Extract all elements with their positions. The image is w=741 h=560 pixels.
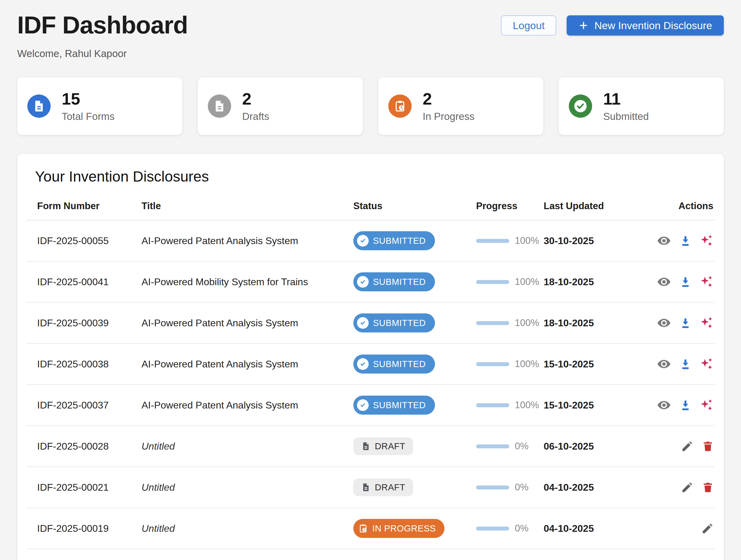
download-button[interactable] (679, 357, 692, 371)
stat-cards: 15 Total Forms 2 Drafts (17, 77, 724, 135)
check-circle-icon (569, 94, 592, 118)
status-badge: SUBMITTED (353, 313, 435, 332)
status-badge: IN PROGRESS (353, 519, 445, 538)
download-button[interactable] (679, 275, 692, 288)
view-button[interactable] (657, 316, 671, 330)
eye-icon (657, 357, 671, 371)
welcome-text: Welcome, Rahul Kapoor (17, 48, 724, 60)
disclosure-title: AI-Powered Mobility System for Trains (141, 276, 353, 288)
download-button[interactable] (679, 234, 692, 247)
ai-assist-button[interactable] (700, 398, 714, 412)
eye-icon (657, 316, 671, 330)
delete-button[interactable] (702, 481, 714, 493)
progress-percent: 100% (515, 235, 539, 246)
download-button[interactable] (679, 317, 692, 329)
download-icon (679, 275, 692, 288)
check-circle-icon (357, 276, 369, 288)
ai-assist-button[interactable] (700, 275, 714, 289)
check-circle-icon (357, 235, 369, 247)
edit-button[interactable] (681, 481, 694, 494)
disclosure-title: AI-Powered Patent Analysis System (141, 358, 353, 370)
form-number: IDF-2025-00019 (37, 523, 141, 534)
stat-value: 2 (242, 90, 269, 108)
download-button[interactable] (679, 399, 692, 412)
new-invention-disclosure-button[interactable]: New Invention Disclosure (567, 15, 724, 35)
check-circle-icon (357, 399, 369, 411)
trash-icon (702, 481, 714, 493)
table-row: IDF-2025-00037 AI-Powered Patent Analysi… (26, 385, 715, 426)
stat-value: 15 (62, 90, 115, 108)
form-number: IDF-2025-00055 (37, 235, 141, 247)
last-updated: 04-10-2025 (544, 523, 636, 534)
status-label: DRAFT (375, 482, 405, 492)
progress-bar (476, 485, 509, 489)
last-updated: 15-10-2025 (544, 358, 636, 370)
check-circle-icon (357, 358, 369, 370)
logout-label: Logout (513, 20, 545, 31)
eye-icon (657, 398, 671, 412)
table-row: IDF-2025-00038 AI-Powered Patent Analysi… (26, 344, 715, 385)
view-button[interactable] (657, 234, 671, 248)
status-label: SUBMITTED (373, 318, 426, 328)
clipboard-clock-icon (358, 524, 368, 533)
status-badge: SUBMITTED (353, 396, 435, 415)
progress-percent: 100% (515, 276, 539, 287)
status-label: SUBMITTED (373, 236, 426, 246)
view-button[interactable] (657, 398, 671, 412)
table-body: IDF-2025-00055 AI-Powered Patent Analysi… (17, 221, 724, 549)
pencil-icon (681, 481, 694, 494)
table-header: Form Number Title Status Progress Last U… (26, 192, 715, 221)
logout-button[interactable]: Logout (501, 15, 556, 35)
download-icon (679, 234, 692, 247)
progress-percent: 100% (515, 400, 539, 411)
disclosure-title: AI-Powered Patent Analysis System (141, 317, 353, 329)
progress-percent: 100% (515, 317, 539, 328)
stat-card-drafts: 2 Drafts (198, 77, 363, 135)
column-header-form-number: Form Number (37, 201, 141, 212)
new-invention-disclosure-label: New Invention Disclosure (594, 20, 712, 31)
ai-assist-button[interactable] (700, 316, 714, 330)
disclosure-title: Untitled (141, 523, 353, 534)
last-updated: 18-10-2025 (544, 276, 636, 288)
progress-bar (476, 403, 509, 407)
document-icon (361, 442, 370, 451)
disclosures-panel: Your Invention Disclosures Form Number T… (17, 154, 724, 560)
edit-button[interactable] (681, 440, 694, 453)
progress-percent: 0% (515, 523, 529, 534)
status-label: SUBMITTED (373, 400, 426, 410)
form-number: IDF-2025-00038 (37, 358, 141, 370)
ai-assist-button[interactable] (700, 357, 714, 371)
table-row: IDF-2025-00028 Untitled DRAFT 0% (26, 426, 715, 467)
progress-bar (476, 280, 509, 284)
last-updated: 06-10-2025 (544, 441, 636, 452)
trash-icon (702, 440, 714, 452)
status-label: IN PROGRESS (372, 524, 436, 534)
form-number: IDF-2025-00037 (37, 400, 141, 411)
clipboard-clock-icon (388, 94, 412, 118)
form-number: IDF-2025-00041 (37, 276, 141, 288)
form-number: IDF-2025-00021 (37, 482, 141, 493)
table-row: IDF-2025-00041 AI-Powered Mobility Syste… (26, 262, 715, 303)
edit-button[interactable] (701, 522, 714, 535)
table-row: IDF-2025-00021 Untitled DRAFT 0% (26, 467, 715, 508)
document-icon (208, 94, 231, 118)
pencil-icon (681, 440, 694, 453)
stat-label: In Progress (423, 111, 475, 123)
view-button[interactable] (657, 275, 671, 289)
delete-button[interactable] (702, 440, 714, 452)
view-button[interactable] (657, 357, 671, 371)
last-updated: 15-10-2025 (544, 400, 636, 411)
sparkles-icon (700, 234, 714, 248)
stat-label: Total Forms (62, 111, 115, 123)
last-updated: 30-10-2025 (544, 235, 636, 247)
header-actions: Logout New Invention Disclosure (501, 15, 724, 35)
sparkles-icon (700, 357, 714, 371)
stat-value: 2 (423, 90, 475, 108)
check-circle-icon (357, 317, 369, 329)
column-header-actions: Actions (678, 201, 715, 212)
progress-percent: 100% (515, 358, 539, 370)
stat-value: 11 (603, 90, 649, 108)
ai-assist-button[interactable] (700, 234, 714, 248)
status-badge: DRAFT (353, 437, 413, 455)
table-row: IDF-2025-00039 AI-Powered Patent Analysi… (26, 303, 715, 344)
